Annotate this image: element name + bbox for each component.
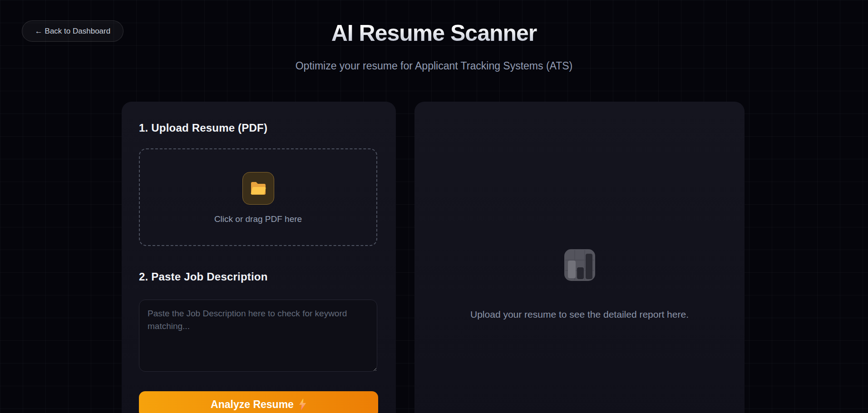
analyze-resume-button[interactable]: Analyze Resume (139, 391, 378, 413)
report-placeholder-text: Upload your resume to see the detailed r… (470, 309, 689, 320)
lightning-bolt-icon (299, 398, 306, 410)
upload-section-heading: 1. Upload Resume (PDF) (139, 122, 379, 134)
dropzone-label: Click or drag PDF here (214, 214, 302, 224)
open-folder-icon (250, 181, 266, 196)
bar-chart-icon (564, 249, 595, 281)
page-title: AI Resume Scanner (0, 20, 868, 46)
analyze-button-label: Analyze Resume (211, 398, 294, 411)
input-panel: 1. Upload Resume (PDF) Click or drag PDF… (122, 102, 396, 413)
job-description-heading: 2. Paste Job Description (139, 270, 379, 283)
job-description-input[interactable] (139, 300, 377, 372)
report-empty-state: Upload your resume to see the detailed r… (414, 249, 745, 320)
report-panel: Upload your resume to see the detailed r… (414, 102, 745, 413)
page-subtitle: Optimize your resume for Applicant Track… (0, 60, 868, 72)
folder-badge (242, 172, 274, 205)
pdf-dropzone[interactable]: Click or drag PDF here (139, 148, 377, 246)
